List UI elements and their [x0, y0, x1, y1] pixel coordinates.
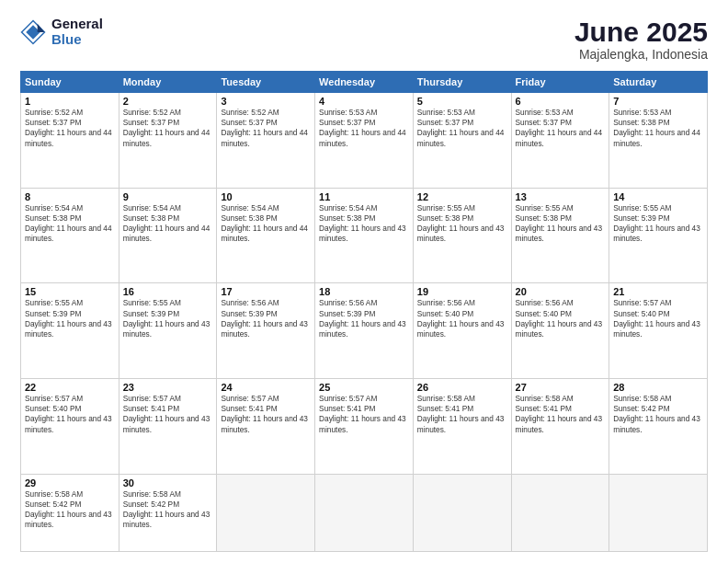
day-info: Sunrise: 5:53 AMSunset: 5:37 PMDaylight:…	[417, 108, 507, 149]
day-number: 13	[516, 191, 606, 202]
table-row: 29Sunrise: 5:58 AMSunset: 5:42 PMDayligh…	[21, 474, 119, 551]
day-number: 8	[25, 191, 115, 202]
day-info: Sunrise: 5:55 AMSunset: 5:38 PMDaylight:…	[417, 203, 507, 245]
day-info: Sunrise: 5:58 AMSunset: 5:41 PMDaylight:…	[516, 394, 606, 435]
day-number: 16	[123, 286, 213, 297]
table-row: 7Sunrise: 5:53 AMSunset: 5:38 PMDaylight…	[609, 93, 708, 189]
day-number: 9	[123, 191, 213, 202]
col-friday: Friday	[511, 72, 609, 93]
week-row: 15Sunrise: 5:55 AMSunset: 5:39 PMDayligh…	[21, 283, 708, 379]
day-number: 21	[613, 286, 703, 297]
logo-text: General Blue	[51, 17, 103, 47]
logo: General Blue	[20, 17, 103, 47]
table-row: 28Sunrise: 5:58 AMSunset: 5:42 PMDayligh…	[609, 379, 708, 475]
table-row: 22Sunrise: 5:57 AMSunset: 5:40 PMDayligh…	[21, 379, 119, 475]
day-info: Sunrise: 5:57 AMSunset: 5:41 PMDaylight:…	[221, 394, 311, 435]
table-row: 12Sunrise: 5:55 AMSunset: 5:38 PMDayligh…	[413, 188, 511, 283]
page: General Blue June 2025 Majalengka, Indon…	[0, 0, 728, 563]
week-row: 8Sunrise: 5:54 AMSunset: 5:38 PMDaylight…	[21, 188, 708, 283]
table-row: 3Sunrise: 5:52 AMSunset: 5:37 PMDaylight…	[217, 93, 315, 189]
day-info: Sunrise: 5:55 AMSunset: 5:39 PMDaylight:…	[613, 203, 703, 245]
table-row: 4Sunrise: 5:53 AMSunset: 5:37 PMDaylight…	[315, 93, 414, 189]
day-number: 12	[417, 191, 507, 202]
day-info: Sunrise: 5:56 AMSunset: 5:39 PMDaylight:…	[221, 298, 311, 339]
day-number: 4	[319, 96, 409, 107]
day-number: 11	[319, 191, 409, 202]
table-row: 26Sunrise: 5:58 AMSunset: 5:41 PMDayligh…	[413, 379, 511, 475]
day-info: Sunrise: 5:53 AMSunset: 5:38 PMDaylight:…	[613, 108, 703, 149]
table-row	[217, 474, 315, 551]
svg-marker-2	[38, 23, 45, 31]
day-number: 27	[516, 382, 606, 393]
day-number: 6	[516, 96, 606, 107]
day-info: Sunrise: 5:52 AMSunset: 5:37 PMDaylight:…	[25, 108, 115, 149]
table-row: 14Sunrise: 5:55 AMSunset: 5:39 PMDayligh…	[609, 188, 708, 283]
day-info: Sunrise: 5:57 AMSunset: 5:40 PMDaylight:…	[25, 394, 115, 435]
day-number: 28	[613, 382, 703, 393]
table-row: 13Sunrise: 5:55 AMSunset: 5:38 PMDayligh…	[511, 188, 609, 283]
table-row: 20Sunrise: 5:56 AMSunset: 5:40 PMDayligh…	[511, 283, 609, 379]
day-number: 1	[25, 96, 115, 107]
day-number: 20	[516, 286, 606, 297]
day-info: Sunrise: 5:56 AMSunset: 5:40 PMDaylight:…	[516, 298, 606, 339]
day-info: Sunrise: 5:55 AMSunset: 5:39 PMDaylight:…	[123, 298, 213, 339]
day-info: Sunrise: 5:57 AMSunset: 5:41 PMDaylight:…	[123, 394, 213, 435]
table-row: 6Sunrise: 5:53 AMSunset: 5:37 PMDaylight…	[511, 93, 609, 189]
table-row: 16Sunrise: 5:55 AMSunset: 5:39 PMDayligh…	[119, 283, 217, 379]
day-info: Sunrise: 5:58 AMSunset: 5:42 PMDaylight:…	[25, 489, 115, 531]
table-row	[609, 474, 708, 551]
table-row: 2Sunrise: 5:52 AMSunset: 5:37 PMDaylight…	[119, 93, 217, 189]
day-info: Sunrise: 5:55 AMSunset: 5:38 PMDaylight:…	[516, 203, 606, 245]
table-row: 19Sunrise: 5:56 AMSunset: 5:40 PMDayligh…	[413, 283, 511, 379]
title-block: June 2025 Majalengka, Indonesia	[574, 17, 708, 62]
day-info: Sunrise: 5:53 AMSunset: 5:37 PMDaylight:…	[516, 108, 606, 149]
day-info: Sunrise: 5:56 AMSunset: 5:40 PMDaylight:…	[417, 298, 507, 339]
logo-blue: Blue	[51, 32, 103, 48]
table-row	[315, 474, 414, 551]
calendar-table: Sunday Monday Tuesday Wednesday Thursday…	[20, 71, 708, 552]
day-number: 5	[417, 96, 507, 107]
table-row: 9Sunrise: 5:54 AMSunset: 5:38 PMDaylight…	[119, 188, 217, 283]
day-number: 19	[417, 286, 507, 297]
col-tuesday: Tuesday	[217, 72, 315, 93]
day-number: 2	[123, 96, 213, 107]
day-number: 17	[221, 286, 311, 297]
day-info: Sunrise: 5:58 AMSunset: 5:42 PMDaylight:…	[613, 394, 703, 435]
day-number: 14	[613, 191, 703, 202]
table-row	[511, 474, 609, 551]
table-row: 11Sunrise: 5:54 AMSunset: 5:38 PMDayligh…	[315, 188, 414, 283]
table-row: 25Sunrise: 5:57 AMSunset: 5:41 PMDayligh…	[315, 379, 414, 475]
table-row: 5Sunrise: 5:53 AMSunset: 5:37 PMDaylight…	[413, 93, 511, 189]
col-wednesday: Wednesday	[315, 72, 414, 93]
col-sunday: Sunday	[21, 72, 119, 93]
day-info: Sunrise: 5:53 AMSunset: 5:37 PMDaylight:…	[319, 108, 409, 149]
day-number: 29	[25, 477, 115, 488]
table-row: 15Sunrise: 5:55 AMSunset: 5:39 PMDayligh…	[21, 283, 119, 379]
col-saturday: Saturday	[609, 72, 708, 93]
day-number: 22	[25, 382, 115, 393]
col-monday: Monday	[119, 72, 217, 93]
day-info: Sunrise: 5:54 AMSunset: 5:38 PMDaylight:…	[319, 203, 409, 245]
day-number: 24	[221, 382, 311, 393]
day-info: Sunrise: 5:58 AMSunset: 5:42 PMDaylight:…	[123, 489, 213, 531]
week-row: 29Sunrise: 5:58 AMSunset: 5:42 PMDayligh…	[21, 474, 708, 551]
day-number: 10	[221, 191, 311, 202]
table-row: 1Sunrise: 5:52 AMSunset: 5:37 PMDaylight…	[21, 93, 119, 189]
day-info: Sunrise: 5:56 AMSunset: 5:39 PMDaylight:…	[319, 298, 409, 339]
header: General Blue June 2025 Majalengka, Indon…	[20, 17, 708, 62]
day-number: 30	[123, 477, 213, 488]
location: Majalengka, Indonesia	[574, 47, 708, 62]
day-info: Sunrise: 5:54 AMSunset: 5:38 PMDaylight:…	[221, 203, 311, 245]
day-number: 25	[319, 382, 409, 393]
table-row: 17Sunrise: 5:56 AMSunset: 5:39 PMDayligh…	[217, 283, 315, 379]
day-info: Sunrise: 5:58 AMSunset: 5:41 PMDaylight:…	[417, 394, 507, 435]
day-info: Sunrise: 5:55 AMSunset: 5:39 PMDaylight:…	[25, 298, 115, 339]
day-number: 23	[123, 382, 213, 393]
week-row: 22Sunrise: 5:57 AMSunset: 5:40 PMDayligh…	[21, 379, 708, 475]
col-thursday: Thursday	[413, 72, 511, 93]
day-info: Sunrise: 5:54 AMSunset: 5:38 PMDaylight:…	[123, 203, 213, 245]
day-number: 7	[613, 96, 703, 107]
day-number: 18	[319, 286, 409, 297]
table-row: 10Sunrise: 5:54 AMSunset: 5:38 PMDayligh…	[217, 188, 315, 283]
day-number: 3	[221, 96, 311, 107]
